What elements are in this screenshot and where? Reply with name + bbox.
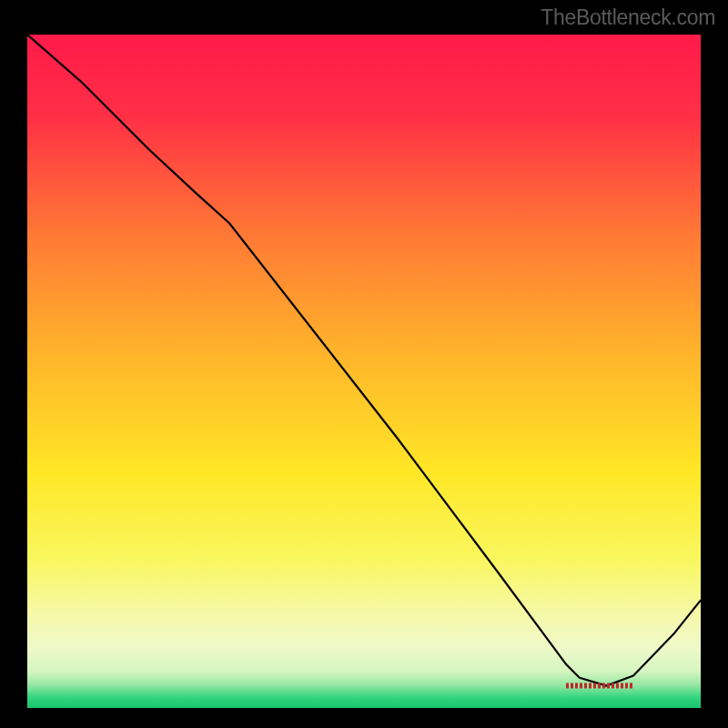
watermark-text: TheBottleneck.com bbox=[541, 5, 715, 30]
chart-svg bbox=[27, 35, 701, 708]
chart-background bbox=[27, 35, 701, 708]
plot-area bbox=[27, 35, 701, 708]
chart-container: TheBottleneck.com bbox=[0, 0, 728, 728]
